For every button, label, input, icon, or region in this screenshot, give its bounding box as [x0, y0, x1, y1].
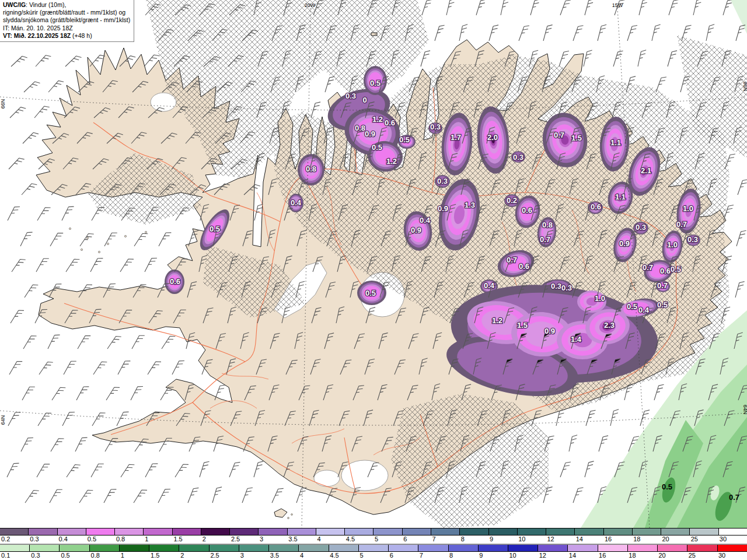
rain-scale-tick: 16: [598, 552, 627, 560]
rain-scale-cell: [598, 545, 628, 551]
title-line-1: UWC/IG: Vindur (10m),: [3, 1, 130, 9]
snow-scale-cell: [719, 528, 747, 535]
rain-scale-tick: 8: [448, 552, 478, 560]
rain-scale-cell: [90, 545, 120, 551]
precip-value-label: 0.5: [372, 143, 382, 152]
snow-scale-cell: [288, 528, 316, 535]
snow-scale-cell: [316, 528, 345, 535]
rain-scale-tick: 1.5: [149, 552, 179, 560]
precip-value-label: 2.3: [604, 321, 615, 330]
precip-value-label: 0: [362, 96, 366, 104]
precip-value-label: 0.7: [643, 263, 653, 272]
rain-scale-cell: [149, 545, 179, 551]
rain-scale-cell: [269, 545, 299, 551]
rain-scale-cell: [687, 545, 717, 551]
precip-value-label: 1.3: [465, 201, 475, 209]
rain-scale-cell: [538, 545, 568, 551]
rain-scale-tick: 10: [508, 552, 537, 560]
rain-scale-tick: 1: [120, 552, 149, 560]
precip-value-label: 0.3: [430, 123, 441, 131]
rain-scale-tick: 12: [538, 552, 568, 560]
snow-scale-ticks: 0.20.30.40.50.811.522.533.544.5567891012…: [0, 536, 747, 544]
snow-scale-cell: [259, 528, 287, 535]
snow-scale-tick: 9: [488, 536, 517, 544]
precip-value-label: 0.6: [385, 118, 395, 127]
snow-scale-cell: [58, 528, 86, 535]
snow-scale-tick: 4.5: [345, 536, 374, 544]
rain-scale-tick: 2.5: [209, 552, 239, 560]
precip-value-label: 0.3: [345, 92, 356, 100]
precip-value-label: 1.5: [517, 321, 528, 330]
colour-scales: 0.20.30.40.50.811.522.533.544.5567891012…: [0, 528, 747, 560]
snow-scale-tick: 2: [201, 536, 230, 544]
precip-value-label: 0.6: [170, 277, 180, 286]
rain-scale-cell: [628, 545, 658, 551]
precip-value-label: 1.2: [492, 316, 502, 325]
rain-scale-cell: [239, 545, 269, 551]
rain-scale-cell: [479, 545, 508, 551]
snow-scale-cell: [86, 528, 115, 535]
precip-value-label: 0.9: [411, 226, 421, 235]
snow-scale-tick: 0.2: [0, 536, 29, 544]
snow-scale-cell: [345, 528, 374, 535]
precip-value-label: 1.0: [595, 294, 605, 303]
precip-value-label: 0.4: [484, 281, 495, 290]
precip-value-label: 0.3: [551, 282, 561, 290]
rain-scale-cell: [120, 545, 149, 551]
precip-value-label: 0.5: [627, 302, 637, 311]
rain-scale-ticks: 0.10.30.50.811.522.533.544.5567891012141…: [0, 552, 747, 560]
precip-value-label: 0.6: [522, 206, 532, 215]
snow-scale-cell: [374, 528, 402, 535]
precip-value-label: 0.7: [676, 220, 687, 229]
parallel-label: 64N: [742, 405, 747, 415]
parallel-label: 66N: [0, 99, 6, 109]
rain-scale-tick: 18: [627, 552, 657, 560]
snow-scale-tick: 12: [546, 536, 574, 544]
rain-scale-tick: 3: [239, 552, 269, 560]
parallel-label: 64N: [0, 415, 6, 425]
rain-scale-tick: 0.8: [90, 552, 120, 560]
snow-scale-tick: 25: [690, 536, 718, 544]
precip-value-label: 1.2: [386, 157, 397, 166]
snow-scale-cell: [575, 528, 603, 535]
rain-scale-tick: 7: [418, 552, 448, 560]
snow-scale-cell: [460, 528, 488, 535]
snow-scale-cell: [489, 528, 518, 535]
weather-map: 0.300.51.20.60.80.90.50.51.20.31.72.00.3…: [0, 0, 747, 528]
snow-scale-cell: [29, 528, 57, 535]
snow-scale-tick: 6: [402, 536, 431, 544]
snow-scale-tick: 10: [517, 536, 546, 544]
snow-scale-cell: [201, 528, 230, 535]
snow-scale-tick: 8: [460, 536, 488, 544]
snow-scale-tick: 3: [259, 536, 287, 544]
precip-value-label: 0.5: [399, 135, 410, 144]
rain-scale-tick: 9: [478, 552, 508, 560]
precip-value-label: 0.8: [355, 124, 365, 132]
snow-scale-cell: [633, 528, 661, 535]
snow-scale-tick: 30: [718, 536, 747, 544]
precip-value-label: 0.9: [365, 130, 375, 138]
snow-scale-cell: [604, 528, 633, 535]
rain-value-label: 0.5: [662, 482, 672, 491]
rain-scale-bar: [0, 544, 747, 552]
rain-scale-tick: 0.1: [0, 552, 30, 560]
rain-scale-tick: 2: [179, 552, 209, 560]
rain-scale-tick: 0.5: [60, 552, 89, 560]
snow-scale-tick: 1: [144, 536, 172, 544]
precip-value-label: 1.0: [667, 240, 678, 249]
precip-value-label: 1.5: [571, 134, 582, 142]
rain-scale-cell: [179, 545, 209, 551]
init-time: IT: Mán. 20. 10. 2025 18Z: [3, 24, 130, 32]
snow-scale-tick: 0.8: [115, 536, 144, 544]
rain-scale-cell: [359, 545, 389, 551]
rain-scale-tick: 4.5: [329, 552, 358, 560]
snow-scale-cell: [230, 528, 259, 535]
snow-scale-cell: [518, 528, 546, 535]
rain-scale-tick: 5: [358, 552, 388, 560]
glacier-myrdalsjokull: [341, 460, 388, 491]
rain-scale-cell: [389, 545, 418, 551]
precip-value-label: 0.9: [544, 327, 555, 335]
snow-scale-tick: 7: [431, 536, 460, 544]
snow-scale-tick: 18: [632, 536, 661, 544]
precip-value-label: 1.1: [610, 138, 621, 147]
